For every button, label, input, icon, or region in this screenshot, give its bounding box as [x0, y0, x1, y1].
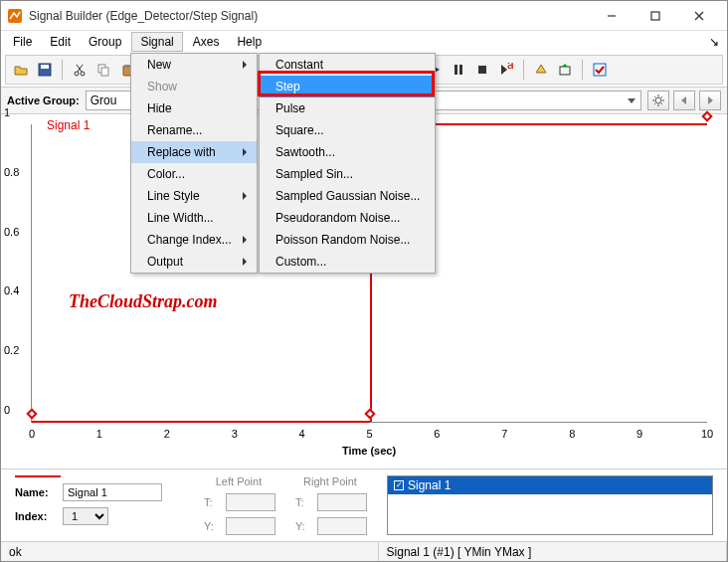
signal-builder-window: Signal Builder (Edge_Detector/Step Signa… [0, 0, 728, 562]
list-item[interactable]: ✓ Signal 1 [388, 476, 712, 494]
ytick: 1 [4, 106, 10, 118]
ytick: 0.4 [4, 284, 19, 296]
ytick: 0.2 [4, 344, 19, 356]
save-icon[interactable] [34, 59, 56, 81]
index-select[interactable]: 1 [63, 507, 108, 525]
svg-rect-33 [594, 64, 606, 76]
menu-edit[interactable]: Edit [42, 33, 79, 51]
ytick: 0.8 [4, 166, 19, 178]
svg-rect-12 [101, 68, 108, 76]
status-right: Signal 1 (#1) [ YMin YMax ] [379, 542, 727, 561]
cut-icon[interactable] [69, 59, 91, 81]
xtick: 5 [366, 428, 372, 440]
menu-replace-with[interactable]: Replace with [131, 141, 257, 163]
menu-change-index[interactable]: Change Index... [131, 229, 257, 251]
play-all-icon[interactable]: all [495, 59, 517, 81]
copy-icon[interactable] [92, 59, 114, 81]
submenu-pulse[interactable]: Pulse [260, 97, 435, 119]
submenu-sampled-gaussian-noise[interactable]: Sampled Gaussian Noise... [260, 185, 435, 207]
window-buttons [590, 2, 721, 30]
submenu-pseudorandom-noise[interactable]: Pseudorandom Noise... [260, 207, 435, 229]
highlight-box [258, 71, 435, 96]
submenu-square[interactable]: Square... [260, 119, 435, 141]
svg-point-35 [655, 97, 661, 103]
signal-point[interactable] [26, 408, 37, 419]
svg-line-9 [78, 65, 83, 72]
app-icon [7, 8, 23, 24]
svg-rect-25 [455, 65, 457, 75]
menu-new[interactable]: New [131, 54, 257, 76]
xtick: 3 [232, 428, 238, 440]
active-group-label: Active Group: [7, 94, 80, 106]
xtick: 10 [701, 428, 713, 440]
statusbar: ok Signal 1 (#1) [ YMin YMax ] [1, 541, 727, 561]
pause-icon[interactable] [448, 59, 469, 81]
menubar: File Edit Group Signal Axes Help ↘ [1, 31, 727, 53]
export-icon[interactable] [554, 59, 576, 81]
bottom-panel: Name: Index: 1 Left Point T: Y: Right Po… [1, 468, 727, 541]
xtick: 8 [569, 428, 575, 440]
menu-signal[interactable]: Signal [131, 32, 182, 52]
svg-rect-27 [478, 66, 486, 74]
x-axis-label: Time (sec) [31, 445, 707, 457]
menu-file[interactable]: File [5, 33, 40, 51]
left-point-header: Left Point [204, 475, 273, 487]
submenu-sampled-sin[interactable]: Sampled Sin... [260, 163, 435, 185]
xtick: 4 [299, 428, 305, 440]
svg-marker-30 [536, 65, 546, 73]
xtick: 2 [164, 428, 170, 440]
close-button[interactable] [677, 2, 721, 30]
svg-point-8 [81, 72, 85, 76]
menu-restore-icon[interactable]: ↘ [709, 35, 723, 49]
svg-line-10 [77, 65, 82, 72]
right-point-header: Right Point [295, 475, 365, 487]
status-left: ok [1, 542, 379, 561]
name-label: Name: [15, 486, 57, 498]
prev-button[interactable] [673, 91, 695, 110]
menu-axes[interactable]: Axes [185, 33, 228, 51]
right-y-input [317, 517, 367, 535]
left-y-input [226, 517, 275, 535]
check-icon[interactable] [589, 59, 611, 81]
menu-color[interactable]: Color... [131, 163, 257, 185]
xtick: 9 [637, 428, 642, 440]
menu-output[interactable]: Output [131, 251, 257, 273]
menu-line-style[interactable]: Line Style [131, 185, 257, 207]
svg-rect-14 [125, 65, 129, 68]
stop-icon[interactable] [471, 59, 493, 81]
y-label: Y: [204, 520, 220, 532]
right-t-input [317, 493, 367, 511]
xtick: 1 [96, 428, 102, 440]
submenu-sawtooth[interactable]: Sawtooth... [260, 141, 435, 163]
menu-line-width[interactable]: Line Width... [131, 207, 257, 229]
signal-segment[interactable] [32, 421, 370, 423]
next-button[interactable] [699, 91, 721, 110]
signal-point[interactable] [364, 408, 375, 419]
svg-marker-32 [562, 64, 568, 67]
legend-line-icon [15, 475, 61, 477]
menu-help[interactable]: Help [229, 33, 270, 51]
up-arrow-icon[interactable] [530, 59, 552, 81]
gear-icon[interactable] [647, 91, 669, 110]
open-icon[interactable] [10, 59, 32, 81]
ytick: 0.6 [4, 226, 19, 238]
svg-point-7 [75, 72, 79, 76]
ytick: 0 [4, 404, 10, 416]
checkbox-icon[interactable]: ✓ [394, 480, 404, 490]
submenu-custom[interactable]: Custom... [260, 251, 435, 273]
menu-show: Show [131, 76, 257, 97]
xtick: 0 [29, 428, 35, 440]
svg-text:all: all [507, 63, 513, 72]
signal-list[interactable]: ✓ Signal 1 [387, 475, 713, 535]
svg-marker-36 [681, 96, 686, 104]
svg-rect-6 [41, 65, 49, 69]
maximize-button[interactable] [634, 2, 677, 30]
titlebar: Signal Builder (Edge_Detector/Step Signa… [1, 1, 727, 31]
menu-hide[interactable]: Hide [131, 97, 257, 119]
menu-rename[interactable]: Rename... [131, 119, 257, 141]
svg-marker-37 [708, 96, 713, 104]
submenu-poisson-random-noise[interactable]: Poisson Random Noise... [260, 229, 435, 251]
minimize-button[interactable] [590, 2, 634, 30]
menu-group[interactable]: Group [81, 33, 129, 51]
name-input[interactable] [63, 483, 162, 501]
